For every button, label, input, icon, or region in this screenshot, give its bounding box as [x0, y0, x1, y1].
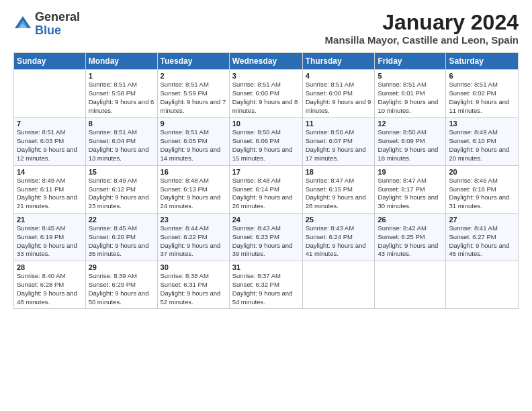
day-info: Sunrise: 8:51 AM Sunset: 6:03 PM Dayligh…: [17, 128, 83, 163]
cell-w5-d2: 29Sunrise: 8:39 AM Sunset: 6:29 PM Dayli…: [85, 261, 157, 309]
cell-w3-d5: 18Sunrise: 8:47 AM Sunset: 6:15 PM Dayli…: [302, 165, 375, 213]
day-number: 29: [89, 263, 154, 271]
day-info: Sunrise: 8:51 AM Sunset: 6:00 PM Dayligh…: [232, 81, 300, 115]
day-info: Sunrise: 8:51 AM Sunset: 6:00 PM Dayligh…: [306, 81, 372, 115]
day-number: 5: [378, 72, 443, 80]
logo-general: General: [35, 10, 80, 24]
day-number: 18: [306, 168, 372, 176]
cell-w4-d6: 26Sunrise: 8:42 AM Sunset: 6:25 PM Dayli…: [375, 213, 446, 261]
day-number: 16: [161, 168, 226, 176]
cell-w4-d7: 27Sunrise: 8:41 AM Sunset: 6:27 PM Dayli…: [446, 213, 519, 261]
cell-w5-d3: 30Sunrise: 8:38 AM Sunset: 6:31 PM Dayli…: [157, 261, 229, 309]
cell-w1-d3: 2Sunrise: 8:51 AM Sunset: 5:59 PM Daylig…: [157, 70, 229, 118]
cell-w4-d5: 25Sunrise: 8:43 AM Sunset: 6:24 PM Dayli…: [302, 213, 375, 261]
logo-text: General Blue: [35, 11, 80, 38]
day-info: Sunrise: 8:40 AM Sunset: 6:28 PM Dayligh…: [17, 272, 83, 306]
day-info: Sunrise: 8:44 AM Sunset: 6:22 PM Dayligh…: [161, 224, 226, 259]
cell-w2-d3: 9Sunrise: 8:51 AM Sunset: 6:05 PM Daylig…: [157, 118, 229, 165]
cell-w4-d3: 23Sunrise: 8:44 AM Sunset: 6:22 PM Dayli…: [157, 213, 229, 261]
day-number: 15: [89, 168, 154, 176]
week-row-3: 14Sunrise: 8:49 AM Sunset: 6:11 PM Dayli…: [14, 165, 519, 213]
day-info: Sunrise: 8:51 AM Sunset: 6:05 PM Dayligh…: [161, 128, 226, 163]
cell-w3-d4: 17Sunrise: 8:48 AM Sunset: 6:14 PM Dayli…: [229, 165, 302, 213]
page-title: January 2024: [325, 11, 519, 34]
title-block: January 2024 Mansilla Mayor, Castille an…: [325, 11, 519, 46]
cell-w5-d4: 31Sunrise: 8:37 AM Sunset: 6:32 PM Dayli…: [229, 261, 302, 309]
col-wednesday: Wednesday: [229, 53, 302, 70]
day-info: Sunrise: 8:45 AM Sunset: 6:20 PM Dayligh…: [89, 224, 154, 259]
col-tuesday: Tuesday: [157, 53, 229, 70]
week-row-2: 7Sunrise: 8:51 AM Sunset: 6:03 PM Daylig…: [14, 118, 519, 165]
day-number: 24: [232, 216, 300, 224]
cell-w4-d4: 24Sunrise: 8:43 AM Sunset: 6:23 PM Dayli…: [229, 213, 302, 261]
cell-w3-d6: 19Sunrise: 8:47 AM Sunset: 6:17 PM Dayli…: [375, 165, 446, 213]
cell-w4-d1: 21Sunrise: 8:45 AM Sunset: 6:19 PM Dayli…: [14, 213, 86, 261]
day-number: 27: [449, 216, 515, 224]
day-number: 11: [306, 120, 372, 128]
day-number: 7: [17, 120, 83, 128]
day-number: 3: [232, 72, 300, 80]
cell-w2-d6: 12Sunrise: 8:50 AM Sunset: 6:09 PM Dayli…: [375, 118, 446, 165]
page: General Blue January 2024 Mansilla Mayor…: [0, 0, 532, 411]
col-saturday: Saturday: [446, 53, 519, 70]
day-info: Sunrise: 8:51 AM Sunset: 6:02 PM Dayligh…: [449, 81, 515, 115]
day-info: Sunrise: 8:41 AM Sunset: 6:27 PM Dayligh…: [449, 224, 515, 259]
day-number: 8: [89, 120, 154, 128]
day-info: Sunrise: 8:50 AM Sunset: 6:06 PM Dayligh…: [232, 128, 300, 163]
day-info: Sunrise: 8:48 AM Sunset: 6:14 PM Dayligh…: [232, 177, 300, 211]
day-info: Sunrise: 8:51 AM Sunset: 6:04 PM Dayligh…: [89, 128, 154, 163]
col-sunday: Sunday: [14, 53, 86, 70]
cell-w1-d5: 4Sunrise: 8:51 AM Sunset: 6:00 PM Daylig…: [302, 70, 375, 118]
day-info: Sunrise: 8:45 AM Sunset: 6:19 PM Dayligh…: [17, 224, 83, 259]
week-row-1: 1Sunrise: 8:51 AM Sunset: 5:58 PM Daylig…: [14, 70, 519, 118]
cell-w1-d6: 5Sunrise: 8:51 AM Sunset: 6:01 PM Daylig…: [375, 70, 446, 118]
day-info: Sunrise: 8:47 AM Sunset: 6:15 PM Dayligh…: [306, 177, 372, 211]
cell-w2-d7: 13Sunrise: 8:49 AM Sunset: 6:10 PM Dayli…: [446, 118, 519, 165]
day-number: 13: [449, 120, 515, 128]
cell-w2-d5: 11Sunrise: 8:50 AM Sunset: 6:07 PM Dayli…: [302, 118, 375, 165]
cell-w2-d4: 10Sunrise: 8:50 AM Sunset: 6:06 PM Dayli…: [229, 118, 302, 165]
day-number: 26: [378, 216, 443, 224]
day-number: 4: [306, 72, 372, 80]
cell-w1-d7: 6Sunrise: 8:51 AM Sunset: 6:02 PM Daylig…: [446, 70, 519, 118]
cell-w2-d2: 8Sunrise: 8:51 AM Sunset: 6:04 PM Daylig…: [85, 118, 157, 165]
logo-icon: [13, 15, 32, 34]
cell-w5-d6: [375, 261, 446, 309]
day-info: Sunrise: 8:39 AM Sunset: 6:29 PM Dayligh…: [89, 272, 154, 306]
cell-w5-d5: [302, 261, 375, 309]
day-number: 19: [378, 168, 443, 176]
cell-w4-d2: 22Sunrise: 8:45 AM Sunset: 6:20 PM Dayli…: [85, 213, 157, 261]
day-info: Sunrise: 8:47 AM Sunset: 6:17 PM Dayligh…: [378, 177, 443, 211]
day-info: Sunrise: 8:49 AM Sunset: 6:10 PM Dayligh…: [449, 128, 515, 163]
day-number: 23: [161, 216, 226, 224]
day-info: Sunrise: 8:49 AM Sunset: 6:12 PM Dayligh…: [89, 177, 154, 211]
day-number: 14: [17, 168, 83, 176]
day-number: 6: [449, 72, 515, 80]
cell-w5-d7: [446, 261, 519, 309]
col-thursday: Thursday: [302, 53, 375, 70]
day-info: Sunrise: 8:38 AM Sunset: 6:31 PM Dayligh…: [161, 272, 226, 306]
day-number: 21: [17, 216, 83, 224]
day-number: 9: [161, 120, 226, 128]
day-info: Sunrise: 8:42 AM Sunset: 6:25 PM Dayligh…: [378, 224, 443, 259]
calendar-table: Sunday Monday Tuesday Wednesday Thursday…: [13, 52, 519, 309]
day-number: 25: [306, 216, 372, 224]
cell-w1-d4: 3Sunrise: 8:51 AM Sunset: 6:00 PM Daylig…: [229, 70, 302, 118]
day-info: Sunrise: 8:51 AM Sunset: 5:59 PM Dayligh…: [161, 81, 226, 115]
day-number: 31: [232, 263, 300, 271]
week-row-4: 21Sunrise: 8:45 AM Sunset: 6:19 PM Dayli…: [14, 213, 519, 261]
logo: General Blue: [13, 11, 80, 38]
day-info: Sunrise: 8:50 AM Sunset: 6:07 PM Dayligh…: [306, 128, 372, 163]
day-number: 28: [17, 263, 83, 271]
day-info: Sunrise: 8:46 AM Sunset: 6:18 PM Dayligh…: [449, 177, 515, 211]
cell-w5-d1: 28Sunrise: 8:40 AM Sunset: 6:28 PM Dayli…: [14, 261, 86, 309]
day-info: Sunrise: 8:49 AM Sunset: 6:11 PM Dayligh…: [17, 177, 83, 211]
cell-w3-d2: 15Sunrise: 8:49 AM Sunset: 6:12 PM Dayli…: [85, 165, 157, 213]
cell-w3-d7: 20Sunrise: 8:46 AM Sunset: 6:18 PM Dayli…: [446, 165, 519, 213]
day-number: 20: [449, 168, 515, 176]
cell-w1-d2: 1Sunrise: 8:51 AM Sunset: 5:58 PM Daylig…: [85, 70, 157, 118]
day-number: 17: [232, 168, 300, 176]
day-info: Sunrise: 8:43 AM Sunset: 6:24 PM Dayligh…: [306, 224, 372, 259]
cell-w3-d3: 16Sunrise: 8:48 AM Sunset: 6:13 PM Dayli…: [157, 165, 229, 213]
day-number: 30: [161, 263, 226, 271]
